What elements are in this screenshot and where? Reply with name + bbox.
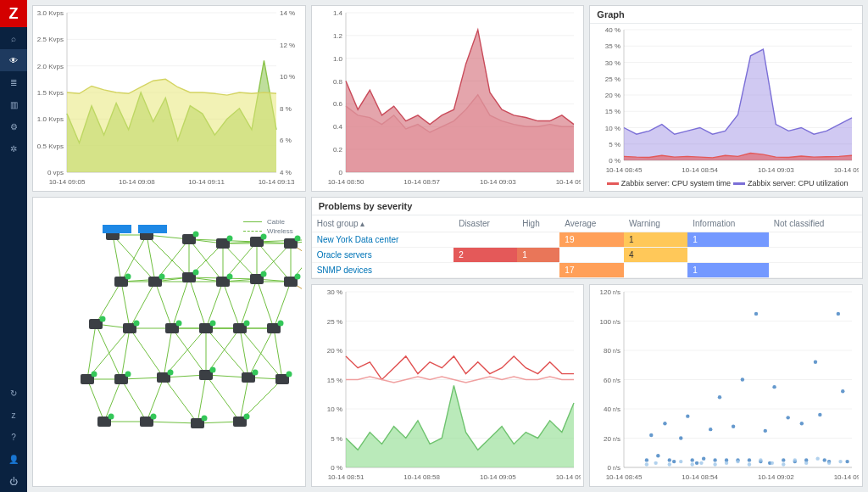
svg-point-202 xyxy=(278,321,284,327)
col-high[interactable]: High xyxy=(517,215,559,232)
svg-point-321 xyxy=(700,461,704,465)
svg-point-297 xyxy=(741,377,744,381)
svg-line-76 xyxy=(121,235,147,282)
list-icon[interactable]: ≣ xyxy=(0,71,27,93)
svg-point-200 xyxy=(244,321,250,327)
svg-text:10-14 09:05: 10-14 09:05 xyxy=(49,178,86,186)
support-icon[interactable]: z xyxy=(0,404,27,426)
svg-text:10-14 09:05: 10-14 09:05 xyxy=(480,473,516,481)
svg-text:25 %: 25 % xyxy=(605,75,620,83)
svg-point-315 xyxy=(846,460,849,463)
svg-line-128 xyxy=(172,328,206,375)
svg-point-326 xyxy=(760,458,763,461)
gear-icon[interactable]: ✲ xyxy=(0,137,27,159)
col-hostgroup[interactable]: Host group ▴ xyxy=(312,215,454,232)
wrench-icon[interactable]: ⚙ xyxy=(0,115,27,137)
topology-legend: Cable Wireless xyxy=(243,216,293,237)
svg-text:60 r/s: 60 r/s xyxy=(604,377,620,384)
svg-point-324 xyxy=(737,460,740,463)
svg-point-333 xyxy=(839,460,843,463)
svg-point-186 xyxy=(227,274,233,280)
svg-text:80 r/s: 80 r/s xyxy=(604,347,620,355)
panel-chart-4: 0 %5 %10 %15 %20 %25 %30 %10-14 08:5110-… xyxy=(311,284,585,487)
svg-text:0.5 Kvps: 0.5 Kvps xyxy=(37,143,64,150)
severity-cell-disaster[interactable]: 2 xyxy=(453,248,517,263)
svg-text:10-14 08:54: 10-14 08:54 xyxy=(682,166,719,174)
svg-point-316 xyxy=(645,462,648,466)
svg-point-284 xyxy=(668,458,671,461)
col-warning[interactable]: Warning xyxy=(624,215,687,232)
logo[interactable]: Z xyxy=(0,0,27,27)
svg-text:10-14 09:08: 10-14 09:08 xyxy=(119,178,155,186)
svg-line-120 xyxy=(96,324,121,379)
svg-line-73 xyxy=(113,235,121,282)
severity-cell-warning[interactable]: 1 xyxy=(624,232,687,248)
col-notclassified[interactable]: Not classified xyxy=(769,215,862,232)
severity-cell-information[interactable]: 1 xyxy=(687,263,769,278)
svg-text:30 %: 30 % xyxy=(326,288,342,296)
svg-text:25 %: 25 % xyxy=(326,318,342,326)
svg-point-304 xyxy=(782,458,785,461)
svg-text:40 %: 40 % xyxy=(605,26,620,34)
hostgroup-link[interactable]: New York Data center xyxy=(317,235,399,244)
svg-text:14 %: 14 % xyxy=(280,9,295,17)
svg-point-322 xyxy=(714,462,717,466)
col-information[interactable]: Information xyxy=(687,215,769,232)
svg-text:10-14 09:03: 10-14 09:03 xyxy=(480,178,516,186)
chart-icon[interactable]: ▥ xyxy=(0,93,27,115)
severity-cell-average[interactable]: 17 xyxy=(559,263,624,278)
svg-point-287 xyxy=(686,414,689,417)
svg-point-307 xyxy=(800,422,804,425)
svg-text:5 %: 5 % xyxy=(609,141,621,148)
svg-text:1.0: 1.0 xyxy=(333,55,343,63)
search-icon[interactable]: ⌕ xyxy=(0,27,27,49)
svg-text:8 %: 8 % xyxy=(280,105,292,113)
svg-point-216 xyxy=(108,414,114,420)
refresh-icon[interactable]: ↻ xyxy=(0,382,27,404)
panel-chart-2: 00.20.40.60.81.01.21.410-14 08:5010-14 0… xyxy=(311,5,585,192)
svg-text:10-14 09:13: 10-14 09:13 xyxy=(259,178,295,186)
svg-point-283 xyxy=(664,422,667,425)
svg-text:1.2: 1.2 xyxy=(333,32,343,40)
panel-chart-3: Graph 0 %5 %10 %15 %20 %25 %30 %35 %40 %… xyxy=(589,5,863,192)
svg-text:10 %: 10 % xyxy=(326,405,342,413)
svg-text:0: 0 xyxy=(338,169,342,176)
svg-point-301 xyxy=(764,429,767,433)
svg-text:10-14 09:11: 10-14 09:11 xyxy=(188,178,225,186)
svg-point-218 xyxy=(151,414,157,420)
col-average[interactable]: Average xyxy=(559,215,624,232)
svg-point-206 xyxy=(125,372,131,377)
svg-text:1.4: 1.4 xyxy=(333,9,343,17)
svg-point-317 xyxy=(654,461,658,465)
user-icon[interactable]: 👤 xyxy=(0,448,27,470)
severity-cell-average[interactable]: 19 xyxy=(559,232,624,248)
svg-text:30 %: 30 % xyxy=(605,59,620,67)
svg-text:6 %: 6 % xyxy=(280,137,292,144)
svg-text:12 %: 12 % xyxy=(280,42,295,49)
col-disaster[interactable]: Disaster xyxy=(453,215,517,232)
svg-point-310 xyxy=(818,413,821,417)
svg-line-124 xyxy=(130,328,164,377)
svg-rect-238 xyxy=(138,225,167,233)
severity-cell-information[interactable]: 1 xyxy=(687,232,769,248)
svg-point-176 xyxy=(295,236,301,242)
svg-text:10-14 08:57: 10-14 08:57 xyxy=(403,178,440,186)
main-dashboard: 0 vps0.5 Kvps1.0 Kvps1.5 Kvps2.0 Kvps2.5… xyxy=(27,0,868,492)
severity-cell-warning[interactable]: 4 xyxy=(624,248,687,263)
severity-cell-high[interactable]: 1 xyxy=(517,248,559,263)
svg-text:10-14 09:02: 10-14 09:02 xyxy=(758,473,794,481)
svg-point-285 xyxy=(672,460,676,463)
svg-point-299 xyxy=(754,312,758,316)
panel-chart-1: 0 vps0.5 Kvps1.0 Kvps1.5 Kvps2.0 Kvps2.5… xyxy=(32,5,306,192)
hostgroup-link[interactable]: SNMP devices xyxy=(317,266,372,275)
eye-icon[interactable]: 👁 xyxy=(0,49,27,71)
hostgroup-link[interactable]: Oracle servers xyxy=(317,250,372,260)
svg-line-138 xyxy=(248,328,274,377)
svg-point-172 xyxy=(227,236,233,242)
svg-point-327 xyxy=(771,461,774,465)
power-icon[interactable]: ⏻ xyxy=(0,470,27,492)
svg-point-325 xyxy=(748,462,751,466)
svg-text:20 %: 20 % xyxy=(326,347,342,355)
help-icon[interactable]: ? xyxy=(0,426,27,448)
svg-text:0 vps: 0 vps xyxy=(47,169,64,176)
